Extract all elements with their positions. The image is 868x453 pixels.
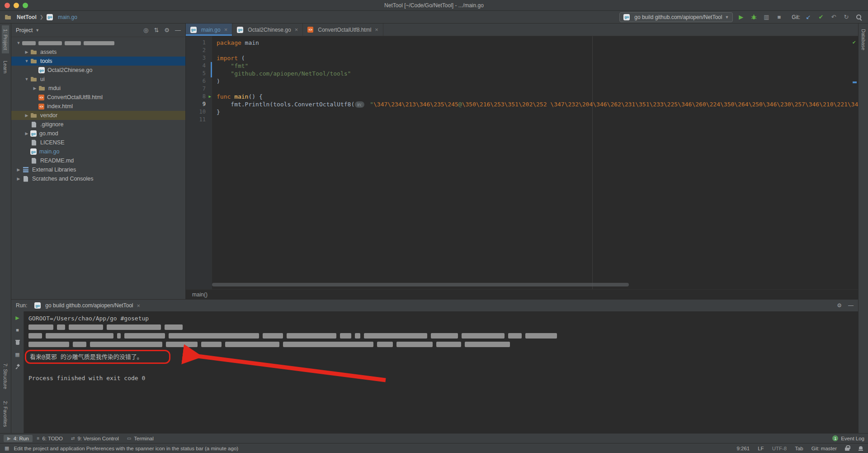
code-line[interactable]: 9 fmt.Println(tools.ConvertOctalUtf8(in:… (186, 100, 858, 108)
git-update-button[interactable]: ↙ (804, 13, 813, 22)
tree-expand-icon[interactable]: ▶ (23, 50, 30, 54)
tree-row[interactable]: ▶Scratches and Consoles (11, 174, 185, 183)
tree-row[interactable]: Octal2Chinese.go (11, 66, 185, 75)
git-history-button[interactable]: ↻ (842, 13, 851, 22)
code-line[interactable]: 1package main (186, 39, 858, 47)
minimize-window-button[interactable] (14, 3, 19, 8)
tree-expand-icon[interactable]: ▼ (15, 41, 22, 45)
event-log-button[interactable]: 1 Event Log (832, 435, 864, 441)
tree-expand-icon[interactable]: ▶ (15, 176, 22, 181)
collapse-all-icon[interactable]: ⇅ (154, 27, 159, 33)
close-tab-icon[interactable]: × (295, 26, 298, 33)
code-line[interactable]: 7 (186, 85, 858, 93)
tool-stripe-button[interactable]: Learn (2, 57, 9, 77)
toolwindow-button[interactable]: ▶4: Run (4, 435, 33, 442)
tree-expand-icon[interactable]: ▶ (23, 131, 30, 136)
editor-tab[interactable]: Octal2Chinese.go× (232, 24, 303, 36)
git-commit-button[interactable]: ✔ (816, 13, 826, 22)
editor-tab[interactable]: ConvertOctalUtf8.html× (303, 24, 383, 36)
code-line[interactable]: 11 (186, 116, 858, 124)
toolwindow-button[interactable]: ≡6: TODO (33, 435, 66, 442)
tree-row[interactable]: ▼ui (11, 75, 185, 84)
run-button[interactable]: ▶ (736, 13, 745, 22)
run-panel-tab[interactable]: go build github.com/apiopen/NetTool × (32, 300, 143, 311)
code-line[interactable]: 4 "fmt" (186, 62, 858, 70)
close-tab-icon[interactable]: × (375, 26, 378, 33)
tree-row[interactable]: ▶External Libraries (11, 165, 185, 174)
toolwindow-button[interactable]: ⇄9: Version Control (67, 435, 123, 442)
code-line[interactable]: 3import ( (186, 54, 858, 62)
tree-row[interactable]: LICENSE (11, 138, 185, 147)
line-separator[interactable]: LF (758, 446, 764, 451)
tree-row[interactable]: ▶go.mod (11, 129, 185, 138)
breadcrumb-file[interactable]: main.go (58, 14, 77, 20)
status-message[interactable]: Edit the project and application Prefere… (14, 446, 238, 451)
tool-stripe-button[interactable]: 1: Project (2, 25, 9, 53)
tree-expand-icon[interactable]: ▼ (23, 59, 30, 63)
tree-row[interactable]: ConvertOctalUtf8.html (11, 93, 185, 102)
code-line[interactable]: 5 "github.com/apiopen/NetTool/tools" (186, 70, 858, 77)
indent-style[interactable]: Tab (795, 446, 803, 451)
breadcrumb-function[interactable]: main() (192, 291, 208, 298)
tree-expand-icon[interactable]: ▶ (23, 113, 30, 118)
caret-position[interactable]: 9:261 (736, 446, 750, 451)
rerun-button[interactable]: ▶ (14, 314, 21, 321)
inspections-ok-icon[interactable]: ✔ (853, 38, 856, 46)
toolwindow-button[interactable]: ▭Terminal (123, 435, 157, 442)
editor-tab[interactable]: main.go× (186, 24, 232, 36)
run-console-output[interactable]: GOROOT=/Users/chao/App/go #gosetup看来@莫邪 … (24, 311, 858, 433)
zoom-window-button[interactable] (23, 3, 28, 8)
debug-button[interactable] (749, 13, 758, 22)
minimize-panel-icon[interactable]: — (848, 302, 854, 309)
breadcrumb-project[interactable]: NetTool (17, 14, 37, 20)
pin-tab-button[interactable] (14, 363, 21, 370)
code-line[interactable]: 2 (186, 47, 858, 54)
git-rollback-button[interactable]: ↶ (829, 13, 838, 22)
horizontal-scrollbar[interactable] (212, 283, 629, 286)
locate-file-icon[interactable]: ◎ (143, 27, 148, 33)
code-text: "github.com/apiopen/NetTool/tools" (212, 70, 351, 77)
tool-stripe-button[interactable]: 2: Favorites (2, 397, 9, 430)
search-everywhere-button[interactable] (854, 13, 863, 22)
tree-expand-icon[interactable]: ▶ (15, 167, 22, 172)
close-icon[interactable]: × (137, 302, 141, 309)
toolwindow-switcher-icon[interactable]: ▦ (5, 445, 9, 451)
console-settings-button[interactable]: ▦ (14, 351, 21, 358)
close-tab-icon[interactable]: × (224, 26, 228, 33)
tree-expand-icon[interactable]: ▼ (23, 77, 30, 81)
code-line[interactable]: 10} (186, 108, 858, 116)
tree-expand-icon[interactable]: ▶ (31, 86, 38, 91)
tree-row[interactable]: main.go (11, 147, 185, 156)
settings-gear-icon[interactable]: ⚙ (164, 27, 170, 33)
tree-row[interactable]: README.md (11, 156, 185, 165)
lock-icon[interactable] (845, 445, 850, 451)
tree-row[interactable]: ▶mdui (11, 84, 185, 93)
close-window-button[interactable] (5, 3, 10, 8)
tree-row[interactable]: ▼ (11, 38, 185, 48)
file-encoding[interactable]: UTF-8 (772, 446, 787, 451)
stop-process-button[interactable]: ■ (14, 326, 21, 334)
tree-row[interactable]: ▼tools (11, 57, 185, 66)
git-branch[interactable]: Git: master (811, 446, 837, 451)
tree-row[interactable]: index.html (11, 102, 185, 111)
line-number: 2 (203, 47, 206, 54)
code-line[interactable]: 8▶func main() { (186, 93, 858, 100)
notifications-bell-icon[interactable] (858, 446, 863, 451)
code-editor[interactable]: 1package main23import (4 "fmt"5 "github.… (186, 36, 858, 289)
run-gutter-icon[interactable]: ▶ (209, 95, 211, 99)
tree-row[interactable]: ▶assets (11, 48, 185, 57)
clear-output-button[interactable] (14, 339, 21, 346)
hide-panel-icon[interactable]: — (175, 27, 181, 33)
redacted-text (46, 333, 113, 339)
tool-stripe-button[interactable]: Database (860, 25, 867, 54)
project-panel-title[interactable]: Project (16, 27, 33, 33)
tree-row[interactable]: .gitignore (11, 120, 185, 129)
settings-gear-icon[interactable]: ⚙ (837, 302, 842, 309)
folder-icon (30, 48, 38, 56)
tree-row[interactable]: ▶vendor (11, 111, 185, 120)
stop-button[interactable]: ■ (774, 13, 783, 22)
run-with-coverage-button[interactable]: ▥ (762, 13, 771, 22)
tool-stripe-button[interactable]: 7: Structure (2, 360, 9, 393)
run-configuration-select[interactable]: go build github.com/apiopen/NetTool ▼ (619, 12, 733, 22)
code-line[interactable]: 6) (186, 77, 858, 85)
